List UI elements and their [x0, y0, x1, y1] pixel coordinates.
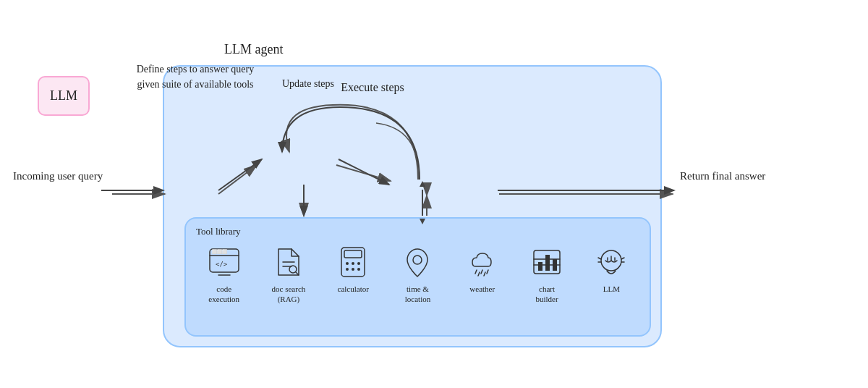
svg-line-22 [484, 272, 485, 276]
define-steps-text: Define steps to answer query given suite… [127, 62, 264, 92]
chart-builder-icon [529, 245, 564, 279]
svg-rect-26 [538, 262, 542, 271]
svg-point-13 [357, 262, 360, 265]
tool-item-weather: weather [454, 245, 511, 294]
svg-line-19 [481, 270, 482, 274]
tool-item-code-execution: ⬜⬜⬜ </> codeexecution [195, 245, 253, 305]
code-execution-icon: ⬜⬜⬜ </> [207, 245, 242, 279]
incoming-label: Incoming user query [13, 170, 103, 182]
calculator-label: calculator [338, 284, 369, 294]
agent-label: LLM agent [224, 42, 283, 57]
tool-library-label: Tool library [196, 226, 241, 237]
code-execution-label: codeexecution [208, 284, 239, 305]
diagram-container: LLM agent Incoming user query Return fin… [0, 0, 868, 388]
time-location-icon [400, 245, 435, 279]
svg-point-14 [346, 268, 349, 271]
svg-line-18 [475, 270, 477, 274]
time-location-label: time &location [405, 284, 430, 305]
svg-text:</>: </> [216, 261, 228, 268]
execute-steps-text: Execute steps [326, 80, 420, 96]
calculator-icon [336, 245, 370, 279]
update-steps-label: Update steps [282, 78, 334, 90]
svg-point-16 [357, 268, 360, 271]
llm-inner-box: LLM [38, 76, 90, 116]
tool-item-chart-builder: chartbuilder [518, 245, 576, 305]
tool-item-calculator: calculator [324, 245, 382, 294]
svg-line-33 [598, 258, 601, 259]
svg-line-35 [621, 258, 624, 259]
llm-inner-label: LLM [50, 88, 77, 104]
svg-point-11 [346, 262, 349, 265]
svg-rect-28 [553, 259, 557, 271]
weather-icon [465, 245, 500, 279]
svg-rect-10 [344, 250, 362, 258]
tools-row: ⬜⬜⬜ </> codeexecution doc search(RAG) [186, 219, 650, 305]
svg-point-15 [352, 268, 354, 271]
doc-search-icon [271, 245, 306, 279]
svg-point-12 [352, 262, 354, 265]
doc-search-label: doc search(RAG) [272, 284, 306, 305]
tool-library-box: Tool library ⬜⬜⬜ </> codeexecution [184, 217, 651, 337]
svg-rect-27 [545, 255, 550, 271]
svg-point-17 [413, 256, 422, 264]
weather-label: weather [469, 284, 495, 294]
return-label: Return final answer [680, 170, 765, 182]
tool-item-llm: LLM [582, 245, 640, 294]
llm-head-icon [594, 245, 629, 279]
tool-item-time-location: time &location [388, 245, 446, 305]
llm-tool-label: LLM [603, 284, 620, 294]
tool-item-doc-search: doc search(RAG) [260, 245, 318, 305]
svg-line-21 [478, 272, 480, 276]
chart-builder-label: chartbuilder [535, 284, 558, 305]
svg-text:⬜⬜⬜: ⬜⬜⬜ [212, 249, 228, 255]
svg-line-20 [487, 270, 488, 274]
